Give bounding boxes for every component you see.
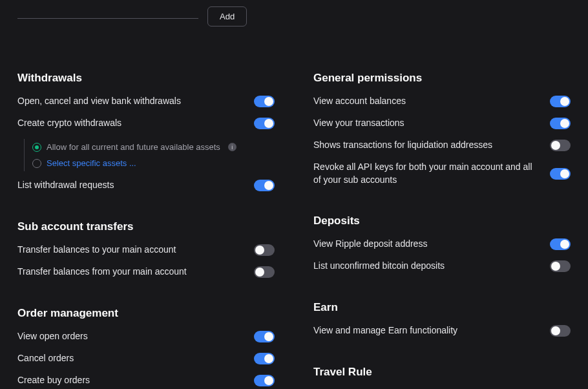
toggle-transfer-to-main[interactable]: [254, 244, 275, 256]
perm-row: View your transactions: [313, 117, 571, 130]
perm-row: Create crypto withdrawals: [17, 117, 275, 130]
perm-label: Shows transactions for liquidation addre…: [313, 139, 550, 152]
perm-row: Cancel orders: [17, 352, 275, 365]
permissions-columns: Withdrawals Open, cancel and view bank w…: [17, 72, 571, 389]
address-input-wrap: [17, 0, 198, 19]
toggle-view-balances[interactable]: [550, 96, 571, 107]
perm-row: View and manage Earn functionality: [313, 324, 571, 337]
perm-row: Create buy orders: [17, 374, 275, 387]
sub-account-title: Sub account transfers: [17, 220, 275, 233]
crypto-assets-radio-group: Allow for all current and future availab…: [24, 139, 275, 171]
toggle-bank-withdrawals[interactable]: [254, 96, 275, 107]
general-permissions-section: General permissions View account balance…: [313, 72, 571, 186]
address-add-row: Add: [17, 0, 571, 26]
order-management-section: Order management View open orders Cancel…: [17, 307, 275, 389]
radio-label-link[interactable]: Select specific assets ...: [47, 158, 136, 168]
toggle-transfer-from-main[interactable]: [254, 266, 275, 278]
perm-row: List unconfirmed bitcoin deposits: [313, 260, 571, 273]
toggle-view-open-orders[interactable]: [254, 331, 275, 342]
travel-rule-section: Travel Rule View and manage Travel Rule …: [313, 366, 571, 389]
left-column: Withdrawals Open, cancel and view bank w…: [17, 72, 275, 389]
perm-label: Create buy orders: [17, 374, 254, 387]
toggle-revoke-api-keys[interactable]: [550, 168, 571, 180]
perm-label: Transfer balances from your main account: [17, 266, 254, 279]
toggle-crypto-withdrawals[interactable]: [254, 118, 275, 129]
perm-label: View and manage Earn functionality: [313, 324, 550, 337]
perm-label: View your transactions: [313, 117, 550, 130]
order-management-title: Order management: [17, 307, 275, 320]
perm-row: View Ripple deposit address: [313, 238, 571, 251]
withdrawals-title: Withdrawals: [17, 72, 275, 85]
perm-row: Shows transactions for liquidation addre…: [313, 139, 571, 152]
toggle-bitcoin-deposits[interactable]: [550, 260, 571, 272]
toggle-liquidation-transactions[interactable]: [550, 140, 571, 151]
perm-row: Revoke all API keys for both your main a…: [313, 161, 571, 186]
perm-label: Transfer balances to your main account: [17, 244, 254, 257]
perm-label: Create crypto withdrawals: [17, 117, 254, 130]
perm-label: View account balances: [313, 95, 550, 108]
perm-label: View Ripple deposit address: [313, 238, 550, 251]
perm-label: Open, cancel and view bank withdrawals: [17, 95, 254, 108]
info-icon[interactable]: i: [228, 143, 236, 151]
toggle-cancel-orders[interactable]: [254, 353, 275, 364]
general-permissions-title: General permissions: [313, 72, 571, 85]
perm-label: List unconfirmed bitcoin deposits: [313, 260, 550, 273]
toggle-earn[interactable]: [550, 325, 571, 337]
add-button[interactable]: Add: [207, 6, 247, 26]
radio-label: Allow for all current and future availab…: [47, 142, 220, 152]
perm-label: View open orders: [17, 330, 254, 343]
perm-row: View account balances: [313, 95, 571, 108]
perm-label: List withdrawal requests: [17, 179, 254, 192]
travel-rule-title: Travel Rule: [313, 366, 571, 379]
right-column: General permissions View account balance…: [313, 72, 571, 389]
perm-row: View open orders: [17, 330, 275, 343]
deposits-title: Deposits: [313, 215, 571, 227]
radio-row-specific-assets[interactable]: Select specific assets ...: [25, 155, 275, 171]
radio-specific-assets[interactable]: [32, 159, 41, 168]
toggle-list-withdrawal-requests[interactable]: [254, 180, 275, 191]
sub-account-section: Sub account transfers Transfer balances …: [17, 220, 275, 279]
perm-label: Revoke all API keys for both your main a…: [313, 161, 550, 186]
radio-all-assets[interactable]: [32, 143, 41, 152]
perm-row: Transfer balances from your main account: [17, 266, 275, 279]
toggle-view-transactions[interactable]: [550, 118, 571, 129]
perm-row: List withdrawal requests: [17, 179, 275, 192]
perm-label: Cancel orders: [17, 352, 254, 365]
earn-section: Earn View and manage Earn functionality: [313, 301, 571, 337]
address-input[interactable]: [17, 0, 198, 19]
deposits-section: Deposits View Ripple deposit address Lis…: [313, 215, 571, 273]
perm-row: Transfer balances to your main account: [17, 244, 275, 257]
perm-row: Open, cancel and view bank withdrawals: [17, 95, 275, 108]
toggle-ripple-deposit[interactable]: [550, 238, 571, 250]
withdrawals-section: Withdrawals Open, cancel and view bank w…: [17, 72, 275, 192]
toggle-create-buy-orders[interactable]: [254, 375, 275, 386]
earn-title: Earn: [313, 301, 571, 314]
radio-row-all-assets[interactable]: Allow for all current and future availab…: [25, 139, 275, 155]
